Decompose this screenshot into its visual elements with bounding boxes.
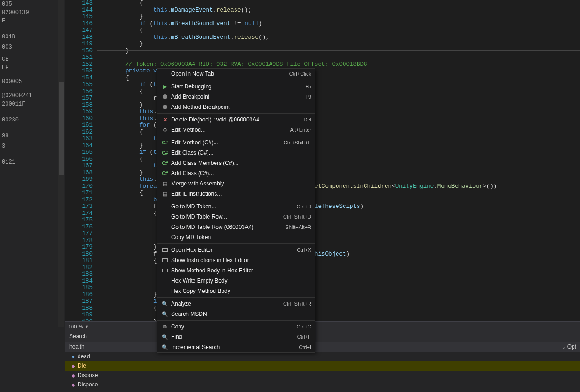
menu-item[interactable]: Open in New TabCtrl+Click: [157, 69, 315, 79]
code-line[interactable]: this.mDamageEvent.release();: [97, 7, 580, 14]
line-number: 168: [65, 170, 97, 177]
menu-item[interactable]: Show Instructions in Hex Editor: [157, 255, 315, 265]
line-number: 152: [65, 61, 97, 68]
menu-separator: [157, 113, 315, 114]
play-icon: ▶: [163, 84, 167, 90]
search-panel: Search ⌄ Opt ●dead◆Die◆Dispose◆Dispose: [65, 331, 580, 392]
tree-item[interactable]: E: [0, 17, 65, 25]
line-number: 164: [65, 143, 97, 150]
zoom-dropdown-icon[interactable]: ▼: [85, 324, 89, 329]
menu-item[interactable]: ▶Start DebuggingF5: [157, 81, 315, 92]
menu-separator: [157, 136, 315, 136]
code-line[interactable]: if (this.mBreathSoundEvent != null): [97, 21, 580, 28]
search-result-item[interactable]: ◆Dispose: [65, 371, 580, 380]
tree-item[interactable]: @02000241: [0, 92, 65, 100]
chevron-down-icon: ⌄: [562, 344, 566, 349]
menu-item[interactable]: Go to MD Token...Ctrl+D: [157, 201, 315, 212]
menu-item[interactable]: Go to MD Table Row...Ctrl+Shift+D: [157, 212, 315, 222]
tree-item[interactable]: 0C3: [0, 43, 65, 51]
menu-item-label: Analyze: [171, 300, 283, 307]
menu-item[interactable]: 🔍AnalyzeCtrl+Shift+R: [157, 299, 315, 309]
line-number: 169: [65, 176, 97, 183]
code-line[interactable]: }: [97, 41, 580, 48]
line-number: 189: [65, 312, 97, 319]
assembly-explorer-panel[interactable]: 03502000139E001B0C3CEEF000005@0200024120…: [0, 0, 65, 392]
search-result-item[interactable]: ●dead: [65, 352, 580, 361]
menu-item[interactable]: C#Edit Method (C#)...Ctrl+Shift+E: [157, 137, 315, 148]
menu-item[interactable]: C#Add Class (C#)...: [157, 168, 315, 178]
line-number: 148: [65, 34, 97, 41]
line-number: 183: [65, 271, 97, 278]
menu-item-label: Search MSDN: [171, 311, 311, 317]
tree-item[interactable]: 98: [0, 132, 65, 140]
search-result-item[interactable]: ◆Die: [65, 361, 580, 371]
tree-item[interactable]: EF: [0, 64, 65, 72]
tree-item[interactable]: 00230: [0, 116, 65, 124]
tree-item[interactable]: 001B: [0, 33, 65, 41]
scrollbar-thumb[interactable]: [59, 82, 64, 175]
search-result-item[interactable]: ◆Dispose: [65, 380, 580, 389]
search-input-row: ⌄ Opt: [65, 342, 580, 352]
menu-item[interactable]: Open Hex EditorCtrl+X: [157, 245, 315, 255]
menu-item-shortcut: Ctrl+I: [299, 344, 311, 350]
tree-item[interactable]: 02000139: [0, 8, 65, 17]
menu-item-shortcut: Ctrl+Shift+E: [284, 140, 311, 145]
tree-item[interactable]: 035: [0, 0, 65, 8]
tree-item[interactable]: 000005: [0, 78, 65, 86]
code-line[interactable]: // Token: 0x060003A4 RID: 932 RVA: 0x000…: [97, 61, 580, 68]
left-scrollbar[interactable]: [58, 0, 64, 327]
line-number-gutter: 1431441451461471481491501511521531541551…: [65, 0, 97, 325]
menu-item-shortcut: Ctrl+Shift+R: [283, 301, 311, 306]
menu-item-label: Edit Class (C#)...: [171, 150, 311, 156]
breakpoint-icon: [163, 94, 167, 99]
menu-item[interactable]: ⧉CopyCtrl+C: [157, 321, 315, 332]
menu-separator: [157, 200, 315, 200]
menu-item-label: Edit Method (C#)...: [171, 139, 284, 146]
menu-item[interactable]: C#Add Class Members (C#)...: [157, 158, 315, 168]
line-number: 187: [65, 298, 97, 305]
menu-item[interactable]: C#Edit Class (C#)...: [157, 148, 315, 158]
line-number: 165: [65, 149, 97, 156]
menu-item[interactable]: Hex Copy Method Body: [157, 286, 315, 296]
zoom-level[interactable]: 100 %: [68, 324, 83, 329]
menu-item[interactable]: Hex Write Empty Body: [157, 276, 315, 286]
divider: [97, 50, 580, 51]
menu-item[interactable]: ▤Merge with Assembly...: [157, 178, 315, 189]
hex-icon: [162, 248, 168, 252]
tree-item[interactable]: 0121: [0, 158, 65, 166]
menu-item-shortcut: Ctrl+F: [297, 334, 311, 340]
menu-item[interactable]: 🔍FindCtrl+F: [157, 332, 315, 342]
menu-item[interactable]: ⚙Edit Method...Alt+Enter: [157, 125, 315, 135]
menu-item[interactable]: Show Method Body in Hex Editor: [157, 265, 315, 276]
menu-item[interactable]: ✕Delete Die(bool) : void @060003A4Del: [157, 114, 315, 125]
code-line[interactable]: {: [97, 27, 580, 34]
menu-item[interactable]: Add Method Breakpoint: [157, 102, 315, 112]
hex-icon: [162, 269, 168, 272]
tree-item[interactable]: CE: [0, 55, 65, 64]
context-menu[interactable]: Open in New TabCtrl+Click▶Start Debuggin…: [157, 68, 315, 353]
menu-item[interactable]: 🔍Search MSDN: [157, 309, 315, 319]
menu-item-shortcut: Ctrl+X: [297, 247, 311, 253]
menu-item-label: Hex Write Empty Body: [171, 278, 311, 284]
search-options-button[interactable]: ⌄ Opt: [558, 343, 580, 350]
search-results-list[interactable]: ●dead◆Die◆Dispose◆Dispose: [65, 352, 580, 389]
code-line[interactable]: {: [97, 0, 580, 7]
line-number: 186: [65, 292, 97, 299]
menu-item[interactable]: Go to MD Table Row (060003A4)Shift+Alt+R: [157, 222, 315, 232]
line-number: 149: [65, 41, 97, 48]
menu-item-label: Add Class Members (C#)...: [171, 160, 311, 166]
line-number: 160: [65, 115, 97, 122]
tree-item[interactable]: 3: [0, 142, 65, 150]
menu-item[interactable]: Copy MD Token: [157, 232, 315, 242]
code-line[interactable]: this.mBreathSoundEvent.release();: [97, 34, 580, 41]
menu-item[interactable]: Add BreakpointF9: [157, 92, 315, 102]
menu-item[interactable]: 🔍Incremental SearchCtrl+I: [157, 342, 315, 352]
line-number: 179: [65, 244, 97, 251]
tree-item[interactable]: 200011F: [0, 100, 65, 108]
menu-item[interactable]: ▤Edit IL Instructions...: [157, 189, 315, 199]
search-icon: 🔍: [162, 344, 168, 350]
code-line[interactable]: }: [97, 14, 580, 21]
code-line[interactable]: [97, 54, 580, 61]
field-icon: ●: [69, 354, 78, 359]
menu-item-label: Show Instructions in Hex Editor: [171, 257, 311, 264]
